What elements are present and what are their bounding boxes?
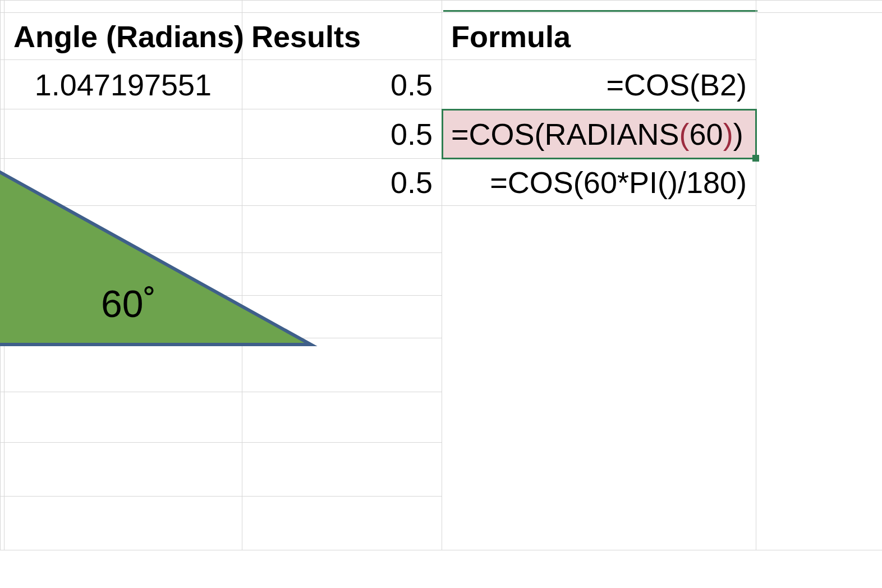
cell-blank[interactable]	[1, 497, 4, 550]
cell-blank[interactable]	[1, 253, 4, 296]
header-formula[interactable]: Formula	[442, 13, 756, 60]
cell-blank[interactable]	[4, 206, 242, 253]
cell-blank[interactable]	[442, 1, 756, 13]
formula-lparen: (	[679, 117, 690, 151]
cell-formula-1[interactable]: =COS(B2)	[442, 60, 756, 109]
cell-blank[interactable]	[242, 338, 442, 392]
cell-formula-3[interactable]: =COS(60*PI()/180)	[442, 159, 756, 206]
cell-blank[interactable]	[1, 13, 4, 60]
cell-blank[interactable]	[4, 159, 242, 206]
cell-blank[interactable]	[242, 443, 442, 497]
cell-result-2[interactable]: 0.5	[242, 109, 442, 159]
cell-blank[interactable]	[756, 13, 883, 550]
cell-blank[interactable]	[4, 109, 242, 159]
header-angle[interactable]: Angle (Radians)	[4, 13, 242, 60]
header-results[interactable]: Results	[242, 13, 442, 60]
cell-blank[interactable]	[1, 392, 4, 443]
cell-blank[interactable]	[4, 253, 242, 296]
cell-blank[interactable]	[1, 60, 4, 109]
cell-blank[interactable]	[4, 443, 242, 497]
formula-rparen-inner: )	[723, 117, 733, 151]
cell-blank[interactable]	[1, 338, 4, 392]
cell-blank[interactable]	[1, 206, 4, 253]
cell-result-1[interactable]: 0.5	[242, 60, 442, 109]
cell-blank[interactable]	[1, 159, 4, 206]
cell-angle-value[interactable]: 1.047197551	[4, 60, 242, 109]
cell-blank[interactable]	[242, 296, 442, 338]
cell-blank[interactable]	[1, 109, 4, 159]
cell-blank[interactable]	[242, 497, 442, 550]
formula-prefix: =COS(RADIANS	[451, 117, 679, 151]
cell-formula-2-active[interactable]: =COS(RADIANS(60))	[442, 109, 756, 159]
cell-blank[interactable]	[442, 206, 756, 550]
cell-blank[interactable]	[4, 497, 242, 550]
cell-blank[interactable]	[1, 1, 4, 13]
cell-blank[interactable]	[4, 1, 242, 13]
cell-result-3[interactable]: 0.5	[242, 159, 442, 206]
cell-blank[interactable]	[4, 296, 242, 338]
formula-arg: 60	[690, 117, 723, 151]
cell-blank[interactable]	[4, 392, 242, 443]
cell-blank[interactable]	[242, 253, 442, 296]
cell-blank[interactable]	[1, 443, 4, 497]
cell-blank[interactable]	[756, 1, 883, 13]
cell-blank[interactable]	[242, 392, 442, 443]
cell-blank[interactable]	[4, 338, 242, 392]
formula-rparen-outer: )	[733, 117, 743, 151]
cell-blank[interactable]	[242, 1, 442, 13]
spreadsheet-grid: Angle (Radians) Results Formula 1.047197…	[0, 0, 882, 550]
cell-blank[interactable]	[1, 296, 4, 338]
cell-blank[interactable]	[242, 206, 442, 253]
